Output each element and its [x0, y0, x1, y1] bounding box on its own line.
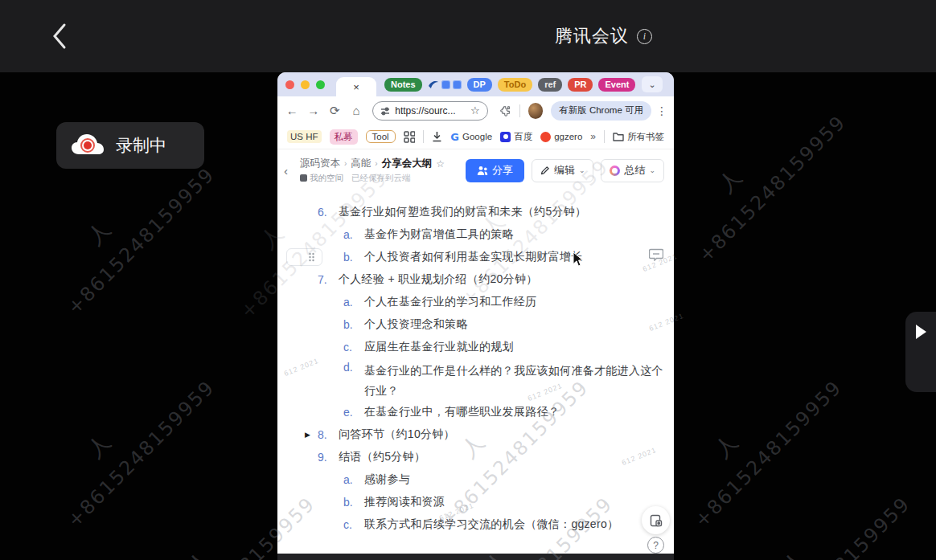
watermark-instance: 人+8615248159959 — [663, 349, 846, 532]
pinned-tabs[interactable] — [428, 79, 462, 90]
tab-search-button[interactable]: ⌄ — [642, 76, 663, 92]
help-button[interactable]: ? — [647, 537, 664, 554]
outline-item[interactable]: a.基金作为财富增值工具的策略 — [277, 223, 674, 246]
reload-icon[interactable]: ⟳ — [326, 102, 343, 120]
info-icon[interactable]: i — [637, 29, 652, 44]
zoom-window-button[interactable] — [316, 80, 325, 89]
save-status: 已经保存到云端 — [351, 173, 411, 184]
google-g-icon: G — [450, 131, 459, 143]
meeting-stage: 腾讯会议 i 录制中 × Notes — [0, 0, 936, 560]
apps-grid-icon[interactable] — [404, 131, 416, 143]
window-controls — [285, 80, 325, 89]
bookmark-tool[interactable]: Tool — [366, 130, 396, 143]
tab-close-icon[interactable]: × — [353, 81, 359, 93]
drag-handle-icon[interactable] — [309, 252, 314, 262]
url-text[interactable]: https://sourc... — [395, 105, 466, 116]
tab-group-event[interactable]: Event — [598, 78, 635, 92]
tab-group-notes[interactable]: Notes — [384, 78, 422, 92]
tab-group-dp[interactable]: DP — [467, 78, 492, 92]
active-tab[interactable]: × — [336, 77, 376, 96]
space-label[interactable]: 我的空间 — [300, 173, 343, 184]
breadcrumb-current[interactable]: 分享会大纲 — [382, 157, 433, 170]
document-outline: 6.基金行业如何塑造我们的财富和未来（约5分钟） a.基金作为财富增值工具的策略… — [277, 191, 674, 550]
grouped-tab-icon[interactable] — [453, 80, 462, 89]
grouped-tab-icon[interactable] — [441, 80, 450, 89]
outline-item[interactable]: b.推荐阅读和资源 — [277, 491, 674, 513]
edit-button[interactable]: 编辑 ⌄ — [532, 159, 594, 182]
list-type-icon[interactable] — [294, 252, 306, 262]
expand-panel-handle[interactable] — [905, 312, 936, 392]
ai-summary-icon — [610, 166, 620, 176]
favorite-star-icon[interactable]: ☆ — [436, 158, 445, 170]
outline-item[interactable]: 6.基金行业如何塑造我们的财富和未来（约5分钟） — [277, 201, 674, 223]
close-window-button[interactable] — [285, 80, 294, 89]
template-button[interactable] — [642, 506, 670, 534]
pencil-icon — [540, 166, 550, 175]
downloads-icon[interactable] — [432, 131, 442, 142]
all-bookmarks[interactable]: 所有书签 — [613, 131, 664, 143]
back-button[interactable] — [42, 18, 77, 55]
outline-item[interactable]: b.个人投资理念和策略 — [277, 313, 674, 336]
minimize-window-button[interactable] — [301, 80, 310, 89]
site-settings-icon[interactable] — [380, 106, 390, 116]
block-handle[interactable] — [286, 248, 322, 266]
baidu-icon — [500, 132, 511, 142]
nav-back-icon[interactable]: ← — [284, 102, 301, 120]
nav-forward-icon[interactable]: → — [306, 102, 322, 120]
browser-toolbar: ← → ⟳ ⌂ https://sourc... ☆ 有新版 Chrome 可用… — [277, 96, 674, 125]
comment-icon[interactable] — [649, 248, 663, 264]
outline-item-collapsed[interactable]: ▶8.问答环节（约10分钟） — [277, 423, 674, 446]
folder-icon — [613, 132, 624, 141]
chrome-update-chip[interactable]: 有新版 Chrome 可用 — [551, 101, 651, 121]
bookmark-simu[interactable]: 私募 — [330, 129, 358, 145]
outline-item[interactable]: d.基金行业的工作是什么样的？我应该如何准备才能进入这个行业？ — [277, 358, 674, 401]
swoosh-favicon — [428, 79, 439, 90]
outline-item[interactable]: a.个人在基金行业的学习和工作经历 — [277, 291, 674, 313]
tab-group-pr[interactable]: PR — [568, 78, 593, 92]
meeting-title-group: 腾讯会议 i — [555, 0, 652, 72]
ggzero-icon — [540, 132, 551, 142]
bookmark-google[interactable]: GGoogle — [450, 131, 492, 143]
breadcrumb-separator: › — [375, 159, 377, 168]
breadcrumb-mid[interactable]: 高能 — [351, 157, 371, 170]
document-header: ‹ 源码资本 › 高能 › 分享会大纲 ☆ 我的空间 已经保存到云端 — [277, 149, 674, 191]
share-people-icon — [477, 166, 488, 176]
bookmark-ggzero[interactable]: ggzero — [540, 132, 582, 142]
watermark-instance: 人+8615248159959 — [35, 349, 219, 532]
cloud-record-icon — [71, 133, 105, 157]
outline-item[interactable]: 7.个人经验 + 职业规划介绍（约20分钟） — [277, 268, 674, 291]
share-button[interactable]: 分享 — [466, 159, 524, 182]
shared-browser-window: × Notes DP ToDo ref PR Event + ⌄ ← → — [277, 72, 674, 560]
meeting-title: 腾讯会议 — [555, 24, 629, 48]
tab-strip: × Notes DP ToDo ref PR Event + ⌄ — [277, 72, 674, 96]
outline-item[interactable]: c.应届生在基金行业就业的规划 — [277, 336, 674, 358]
chevron-down-icon: ⌄ — [649, 166, 655, 174]
home-icon[interactable]: ⌂ — [348, 102, 365, 120]
browser-menu-icon[interactable]: ⋮ — [656, 104, 667, 117]
collapse-triangle-icon[interactable]: ▶ — [305, 431, 310, 439]
doc-actions: 分享 编辑 ⌄ 总结 ⌄ — [466, 159, 664, 182]
outline-item[interactable]: a.感谢参与 — [277, 468, 674, 491]
bookmark-baidu[interactable]: 百度 — [500, 131, 532, 143]
summarize-button[interactable]: 总结 ⌄ — [601, 159, 664, 182]
tab-group-ref[interactable]: ref — [538, 78, 562, 92]
window-bottom-edge — [277, 554, 674, 560]
breadcrumb-root[interactable]: 源码资本 — [300, 157, 340, 170]
tab-groups: Notes DP ToDo ref PR Event — [384, 78, 635, 92]
recording-badge: 录制中 — [56, 122, 204, 169]
outline-item[interactable]: c.联系方式和后续学习交流的机会（微信：ggzero） — [277, 513, 674, 536]
doc-back-chevron[interactable]: ‹ — [284, 164, 298, 178]
outline-item[interactable]: e.在基金行业中，有哪些职业发展路径？ — [277, 401, 674, 423]
bookmarks-overflow[interactable]: » — [590, 131, 596, 142]
bookmarks-divider — [423, 130, 424, 143]
outline-item-hovered[interactable]: b.个人投资者如何利用基金实现长期财富增长 — [277, 246, 674, 268]
bookmark-star-icon[interactable]: ☆ — [470, 104, 480, 116]
outline-item[interactable]: 9.结语（约5分钟） — [277, 446, 674, 468]
extensions-icon[interactable] — [499, 104, 511, 117]
mouse-cursor — [573, 251, 584, 271]
address-bar[interactable]: https://sourc... ☆ — [372, 101, 487, 121]
profile-avatar[interactable] — [528, 103, 544, 119]
watermark-instance: 人+8615248159959 — [731, 465, 914, 560]
bookmark-us-hf[interactable]: US HF — [287, 130, 322, 143]
tab-group-todo[interactable]: ToDo — [498, 78, 532, 92]
